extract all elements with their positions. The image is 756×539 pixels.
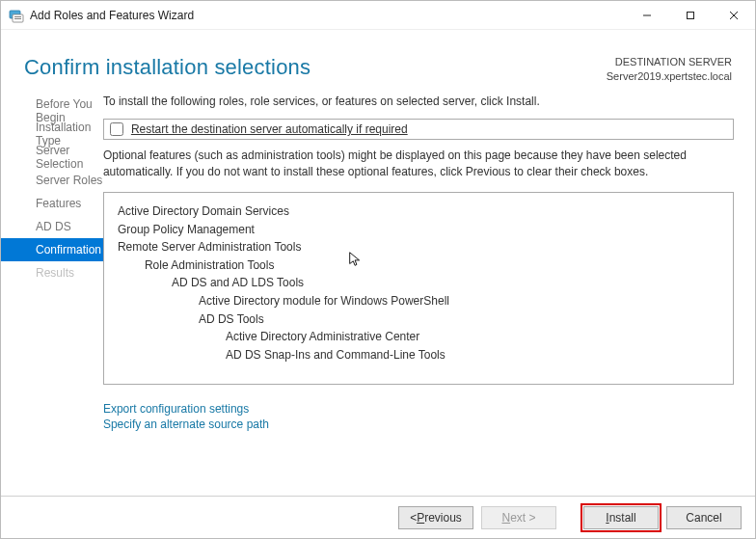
wizard-window: Add Roles and Features Wizard Confirm in… bbox=[0, 0, 756, 539]
feature-item: Group Policy Management bbox=[114, 221, 723, 239]
alternate-source-link[interactable]: Specify an alternate source path bbox=[103, 418, 734, 431]
window-controls bbox=[625, 1, 755, 29]
feature-item: Active Directory Administrative Center bbox=[114, 328, 723, 346]
svg-rect-5 bbox=[687, 12, 693, 18]
feature-item: Active Directory module for Windows Powe… bbox=[114, 292, 723, 310]
destination-label: DESTINATION SERVER bbox=[607, 55, 732, 69]
destination-info: DESTINATION SERVER Server2019.xpertstec.… bbox=[607, 55, 732, 84]
features-list-box[interactable]: Active Directory Domain ServicesGroup Po… bbox=[103, 192, 734, 385]
install-button[interactable]: Install bbox=[583, 506, 659, 529]
export-config-link[interactable]: Export configuration settings bbox=[103, 402, 734, 416]
maximize-button[interactable] bbox=[668, 1, 712, 29]
wizard-step-features[interactable]: Features bbox=[1, 192, 103, 215]
wizard-step-results: Results bbox=[1, 261, 103, 284]
wizard-body: Before You BeginInstallation TypeServer … bbox=[1, 94, 755, 496]
restart-checkbox[interactable] bbox=[110, 122, 123, 136]
feature-item: Remote Server Administration Tools bbox=[114, 238, 723, 256]
next-button: Next > bbox=[481, 506, 556, 529]
close-button[interactable] bbox=[712, 1, 755, 29]
svg-rect-2 bbox=[14, 16, 21, 17]
cancel-button[interactable]: Cancel bbox=[666, 506, 742, 529]
feature-item: AD DS and AD LDS Tools bbox=[114, 274, 723, 292]
wizard-step-server-selection[interactable]: Server Selection bbox=[1, 146, 103, 169]
wizard-step-installation-type[interactable]: Installation Type bbox=[1, 122, 103, 146]
titlebar: Add Roles and Features Wizard bbox=[1, 1, 755, 30]
wizard-step-ad-ds[interactable]: AD DS bbox=[1, 215, 103, 238]
wizard-step-before-you-begin[interactable]: Before You Begin bbox=[1, 99, 103, 122]
feature-item: Active Directory Domain Services bbox=[114, 202, 723, 221]
server-manager-icon bbox=[9, 8, 24, 23]
wizard-step-confirmation: Confirmation bbox=[1, 238, 103, 261]
wizard-step-server-roles[interactable]: Server Roles bbox=[1, 169, 103, 192]
feature-item: AD DS Tools bbox=[114, 310, 723, 329]
optional-features-note: Optional features (such as administratio… bbox=[103, 148, 734, 180]
action-links: Export configuration settings Specify an… bbox=[103, 402, 734, 431]
wizard-main: To install the following roles, role ser… bbox=[103, 94, 755, 496]
intro-text: To install the following roles, role ser… bbox=[103, 94, 734, 110]
window-title: Add Roles and Features Wizard bbox=[30, 9, 194, 22]
svg-rect-3 bbox=[14, 18, 21, 19]
previous-button[interactable]: < Previous bbox=[398, 506, 473, 529]
restart-option-row[interactable]: Restart the destination server automatic… bbox=[103, 119, 734, 140]
wizard-footer: < Previous Next > Install Cancel bbox=[1, 496, 755, 538]
page-header: Confirm installation selections DESTINAT… bbox=[1, 30, 755, 94]
feature-item: AD DS Snap-Ins and Command-Line Tools bbox=[114, 346, 723, 364]
destination-server: Server2019.xpertstec.local bbox=[607, 69, 732, 84]
restart-label: Restart the destination server automatic… bbox=[131, 122, 408, 136]
feature-item: Role Administration Tools bbox=[114, 256, 723, 275]
page-title: Confirm installation selections bbox=[24, 55, 310, 80]
wizard-steps-sidebar: Before You BeginInstallation TypeServer … bbox=[1, 94, 103, 496]
minimize-button[interactable] bbox=[625, 1, 668, 29]
